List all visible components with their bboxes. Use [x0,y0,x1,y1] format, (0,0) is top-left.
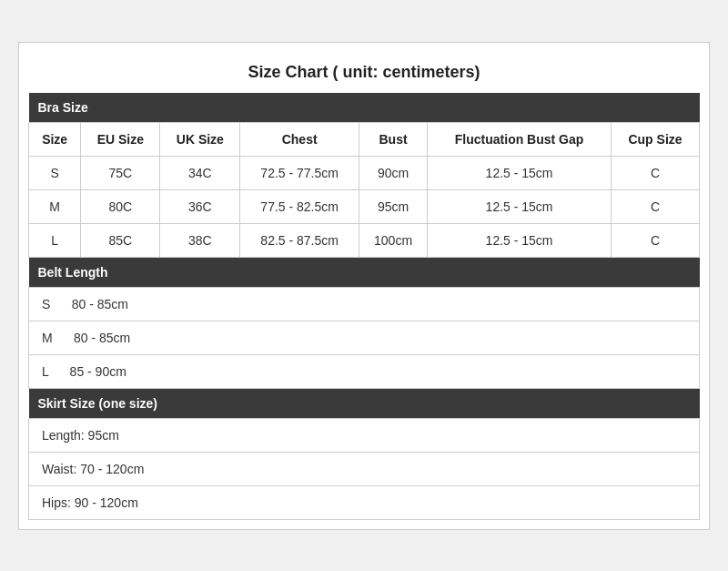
bra-l-chest: 82.5 - 87.5cm [240,223,359,257]
bra-row-l: L 85C 38C 82.5 - 87.5cm 100cm 12.5 - 15c… [29,223,700,257]
bra-column-headers: Size EU Size UK Size Chest Bust Fluctuat… [29,122,700,156]
bra-header-label: Bra Size [29,93,700,123]
belt-l-value: L 85 - 90cm [29,354,700,388]
belt-m-value: M 80 - 85cm [29,321,700,354]
col-eu-size: EU Size [81,122,160,156]
bra-m-eu: 80C [81,189,160,223]
bra-m-size: M [29,189,81,223]
belt-header-label: Belt Length [29,257,700,287]
skirt-hips-row: Hips: 90 - 120cm [29,485,700,519]
skirt-length-row: Length: 95cm [29,418,700,452]
skirt-hips-value: Hips: 90 - 120cm [29,485,700,519]
col-size: Size [29,122,81,156]
bra-row-s: S 75C 34C 72.5 - 77.5cm 90cm 12.5 - 15cm… [29,156,700,189]
bra-s-uk: 34C [160,156,240,189]
skirt-section-header: Skirt Size (one size) [29,388,700,418]
bra-m-uk: 36C [160,189,240,223]
skirt-header-label: Skirt Size (one size) [29,388,700,418]
chart-title: Size Chart ( unit: centimeters) [28,52,700,93]
col-cup-size: Cup Size [612,122,700,156]
bra-l-cup: C [612,223,700,257]
bra-s-eu: 75C [81,156,160,189]
bra-m-fluctuation: 12.5 - 15cm [428,189,612,223]
bra-l-eu: 85C [81,223,160,257]
belt-row-l: L 85 - 90cm [29,354,700,388]
bra-l-size: L [29,223,81,257]
col-chest: Chest [240,122,359,156]
bra-m-bust: 95cm [359,189,427,223]
belt-section-header: Belt Length [29,257,700,287]
bra-s-fluctuation: 12.5 - 15cm [428,156,612,189]
col-uk-size: UK Size [160,122,240,156]
skirt-waist-value: Waist: 70 - 120cm [29,452,700,485]
bra-s-bust: 90cm [359,156,427,189]
col-bust: Bust [359,122,427,156]
bra-m-chest: 77.5 - 82.5cm [240,189,359,223]
bra-s-chest: 72.5 - 77.5cm [240,156,359,189]
bra-l-fluctuation: 12.5 - 15cm [428,223,612,257]
size-chart: Size Chart ( unit: centimeters) Bra Size… [18,42,710,530]
bra-s-cup: C [612,156,700,189]
bra-row-m: M 80C 36C 77.5 - 82.5cm 95cm 12.5 - 15cm… [29,189,700,223]
bra-l-uk: 38C [160,223,240,257]
skirt-length-value: Length: 95cm [29,418,700,452]
bra-section-header: Bra Size [29,93,700,123]
belt-s-value: S 80 - 85cm [29,287,700,321]
col-fluctuation: Fluctuation Bust Gap [428,122,612,156]
bra-l-bust: 100cm [359,223,427,257]
belt-row-m: M 80 - 85cm [29,321,700,354]
belt-row-s: S 80 - 85cm [29,287,700,321]
bra-m-cup: C [612,189,700,223]
bra-s-size: S [29,156,81,189]
skirt-waist-row: Waist: 70 - 120cm [29,452,700,485]
